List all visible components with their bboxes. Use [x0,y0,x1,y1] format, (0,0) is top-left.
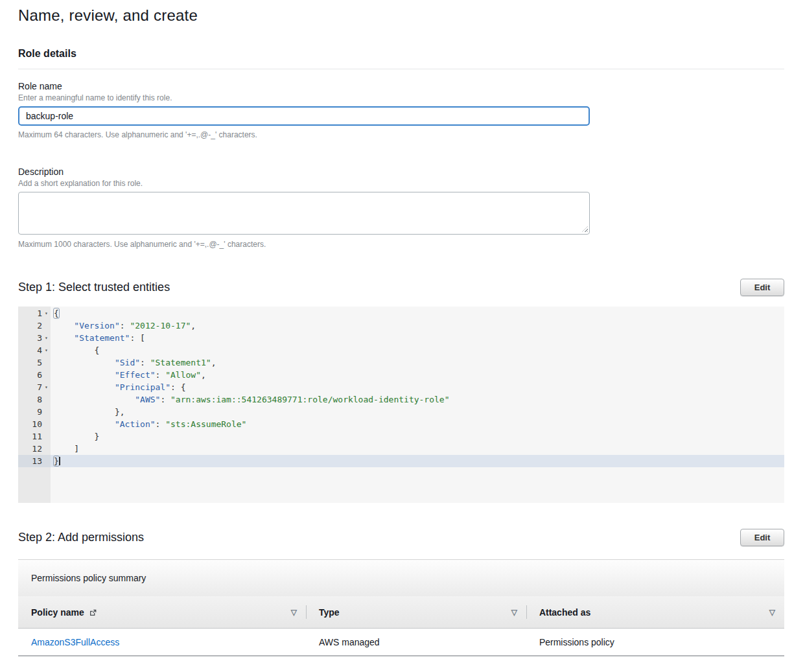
description-field: Description Add a short explanation for … [18,167,784,249]
line-number: 4 [37,345,42,355]
description-label: Description [18,167,784,177]
description-textarea[interactable] [18,192,590,235]
section-divider [18,69,784,69]
code-line[interactable]: } [51,455,784,467]
code-line[interactable]: "AWS": "arn:aws:iam::541263489771:role/w… [51,393,784,406]
page-title: Name, review, and create [18,6,784,25]
code-line[interactable]: "Principal": { [51,381,784,393]
editor-code[interactable]: { "Version": "2012-10-17", "Statement": … [51,307,784,503]
policy-type-cell: AWS managed [306,637,526,647]
code-line[interactable]: "Sid": "Statement1", [51,356,784,369]
policy-editor[interactable]: 1▾23▾4▾567▾8910111213 { "Version": "2012… [18,307,784,503]
gutter-line: 7▾ [18,381,51,393]
fold-arrow-icon[interactable]: ▾ [42,381,51,393]
role-name-label: Role name [18,81,784,91]
role-name-field: Role name Enter a meaningful name to ide… [18,81,784,139]
table-row: AmazonS3FullAccess AWS managed Permissio… [18,629,784,656]
editor-gutter: 1▾23▾4▾567▾8910111213 [18,307,51,503]
gutter-line: 6 [18,369,51,381]
column-header-attached-as[interactable]: Attached as ▽ [526,596,784,628]
line-number: 8 [37,395,42,404]
fold-arrow-icon[interactable]: ▾ [42,332,51,344]
code-line[interactable]: "Effect": "Allow", [51,369,784,381]
column-header-policy-name[interactable]: Policy name ▽ [18,596,306,628]
gutter-line: 1▾ [18,307,51,319]
gutter-line: 8 [18,393,51,406]
sort-dropdown-icon[interactable]: ▽ [511,608,517,617]
line-number: 1 [37,308,42,318]
description-help: Add a short explanation for this role. [18,179,784,188]
line-number: 2 [37,321,42,330]
code-line[interactable]: { [51,344,784,356]
code-line[interactable]: { [51,307,784,319]
code-line[interactable]: "Statement": [ [51,332,784,344]
line-number: 13 [32,456,42,466]
step2-edit-button[interactable]: Edit [740,529,784,546]
code-line[interactable]: }, [51,406,784,418]
fold-arrow-icon[interactable]: ▾ [42,344,51,356]
permissions-panel: Permissions policy summary Policy name ▽… [18,559,784,656]
attached-as-cell: Permissions policy [526,637,784,647]
permissions-panel-header: Permissions policy summary [18,560,784,596]
line-number: 11 [32,432,42,441]
gutter-line: 2 [18,319,51,332]
line-number: 9 [37,407,42,417]
gutter-line: 5 [18,356,51,369]
description-hint: Maximum 1000 characters. Use alphanumeri… [18,240,784,249]
code-line[interactable]: "Action": "sts:AssumeRole" [51,418,784,430]
code-line[interactable]: "Version": "2012-10-17", [51,319,784,332]
line-number: 12 [32,444,42,454]
column-header-type[interactable]: Type ▽ [306,596,526,628]
permissions-table-header: Policy name ▽ Type ▽ Attached as ▽ [18,596,784,629]
policy-name-link[interactable]: AmazonS3FullAccess [31,637,119,647]
gutter-line: 4▾ [18,344,51,356]
gutter-line: 13 [18,455,51,467]
gutter-line: 11 [18,430,51,443]
column-label: Policy name [31,607,84,618]
gutter-line: 3▾ [18,332,51,344]
gutter-line: 10 [18,418,51,430]
role-name-input[interactable] [18,106,590,126]
line-number: 7 [37,382,42,392]
sort-dropdown-icon[interactable]: ▽ [769,608,775,617]
line-number: 10 [32,419,42,429]
gutter-line: 12 [18,443,51,455]
role-details-heading: Role details [18,48,784,60]
page: Name, review, and create Role details Ro… [0,0,805,656]
code-line[interactable]: } [51,430,784,443]
line-number: 5 [37,358,42,367]
role-name-hint: Maximum 64 characters. Use alphanumeric … [18,130,784,139]
code-line[interactable]: ] [51,443,784,455]
column-label: Attached as [539,607,590,618]
gutter-line: 9 [18,406,51,418]
line-number: 3 [37,333,42,343]
step1-heading: Step 1: Select trusted entities [18,281,170,294]
fold-arrow-icon[interactable]: ▾ [42,307,51,319]
step1-header: Step 1: Select trusted entities Edit [18,279,784,296]
external-link-icon[interactable] [89,608,97,617]
step2-heading: Step 2: Add permissions [18,531,144,544]
step1-edit-button[interactable]: Edit [740,279,784,296]
role-name-help: Enter a meaningful name to identify this… [18,93,784,102]
permissions-panel-title: Permissions policy summary [31,573,146,583]
sort-dropdown-icon[interactable]: ▽ [291,608,297,617]
column-label: Type [319,607,340,618]
step2-header: Step 2: Add permissions Edit [18,529,784,546]
line-number: 6 [37,370,42,380]
